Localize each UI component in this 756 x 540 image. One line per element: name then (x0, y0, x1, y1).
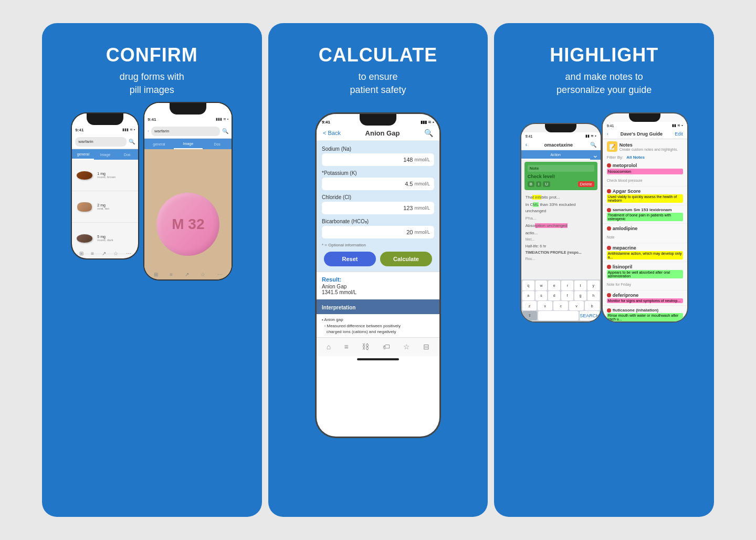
sodium-input[interactable]: 148 mmol/L (322, 153, 434, 166)
icon-share-r[interactable]: ↗ (185, 272, 189, 277)
icon-more-r[interactable]: ⋯ (217, 272, 223, 277)
icon-grid[interactable]: ⊞ (79, 251, 83, 256)
notes-item-samarium[interactable]: samarium Sm 153 lexidronam Treatment of … (603, 205, 687, 224)
tab-list-icon[interactable]: ≡ (344, 342, 349, 351)
drug-tab-expand[interactable]: ⌄ (590, 150, 601, 160)
chloride-input[interactable]: 123 mmol/L (322, 202, 434, 214)
note-btn-bold[interactable]: B (528, 181, 534, 187)
key-e[interactable]: e (548, 281, 560, 290)
key-a[interactable]: a (522, 291, 534, 300)
key-b[interactable]: b (585, 301, 600, 310)
tab-star-icon[interactable]: ☆ (403, 342, 410, 351)
key-s[interactable]: s (536, 291, 548, 300)
calculate-subtitle: to ensurepatient safety (350, 70, 406, 97)
filter-all[interactable]: All Notes (626, 155, 645, 160)
icon-more[interactable]: ⋯ (126, 251, 131, 256)
notes-edit-btn[interactable]: Edit (675, 131, 683, 137)
key-q[interactable]: q (522, 281, 534, 290)
key-f[interactable]: f (561, 291, 573, 300)
drug-section-phar: Pha... (526, 215, 596, 222)
drug-phone: 9:41 ▮▮ ≋ ▪ ‹ omacetaxine 🔍 Action ⌄ (520, 123, 602, 323)
tab-image-right[interactable]: Image (174, 139, 203, 149)
badge-red-6 (607, 265, 611, 269)
notes-item-deferiprone[interactable]: deferiprone Monitor for signs and sympto… (603, 290, 687, 306)
highlight-samarium: Treatment of bone pain in patients with … (607, 213, 683, 221)
calc-phone-notch (360, 114, 396, 126)
highlight-lisinopril: Appears to be well absorbed after oral a… (607, 270, 683, 278)
tab-dos[interactable]: Dos (116, 149, 138, 160)
notes-phone-screen: 9:41 ▮▮ ≋ ▪ ‹ Dave's Drug Guide Edit 📝 N… (603, 113, 687, 321)
note-btn-italic[interactable]: I (536, 181, 541, 187)
potassium-input[interactable]: 4.5 mmol/L (322, 178, 434, 190)
tab-general[interactable]: general (72, 149, 94, 160)
icon-star[interactable]: ☆ (113, 251, 118, 256)
key-z[interactable]: z (522, 301, 537, 310)
key-x[interactable]: x (538, 301, 552, 310)
key-h[interactable]: h (587, 291, 600, 300)
key-w[interactable]: w (536, 281, 548, 290)
tab-home-icon[interactable]: ⌂ (327, 342, 331, 351)
notes-item-metoprolol[interactable]: metoprolol Nosocomion Check blood pressu… (603, 161, 687, 186)
notes-back-icon[interactable]: ‹ (607, 131, 608, 137)
drug-phone-screen: 9:41 ▮▮ ≋ ▪ ‹ omacetaxine 🔍 Action ⌄ (521, 124, 601, 321)
key-y[interactable]: y (587, 281, 600, 290)
bicarb-input[interactable]: 20 mmol/L (322, 226, 434, 238)
notes-item-mepacrine[interactable]: mepacrine Antihistamine action, which ma… (603, 243, 687, 262)
note-content[interactable]: Check level! (528, 174, 594, 179)
search-icon[interactable]: 🔍 (129, 139, 135, 144)
key-shift[interactable]: ⇧ (522, 311, 538, 320)
drug-search-icon[interactable]: 🔍 (590, 142, 596, 148)
search-bar[interactable]: warfarin (75, 137, 127, 147)
key-search-btn[interactable]: SEARCH (580, 311, 600, 320)
drug-back-icon[interactable]: ‹ (526, 142, 527, 148)
pink-pill-shape: M 32 (156, 193, 219, 256)
reset-button[interactable]: Reset (324, 252, 376, 266)
pill-item-3[interactable]: 5 mg round, dark (72, 223, 138, 254)
search-icon-right[interactable]: 🔍 (222, 128, 228, 134)
search-text: warfarin (78, 139, 93, 144)
key-d[interactable]: d (548, 291, 560, 300)
calc-back-button[interactable]: < Back (323, 130, 341, 136)
notes-item-lisinopril[interactable]: lisinopril Appears to be well absorbed a… (603, 262, 687, 290)
drug-tab-action[interactable]: Action (521, 150, 590, 160)
note-delete-btn[interactable]: Delete (578, 181, 594, 187)
key-c[interactable]: c (553, 301, 568, 310)
notes-item-amlodipine[interactable]: amlodipine Note (603, 224, 687, 243)
tab-dos-right[interactable]: Dos (203, 139, 232, 149)
badge-red-7 (607, 293, 611, 297)
pill-img-1 (74, 170, 95, 181)
icon-list[interactable]: ≡ (91, 251, 94, 256)
right-phone: 9:41 ▮▮▮ ≋ ▪ ‹ warfarin 🔍 general Image … (143, 102, 233, 281)
key-v[interactable]: v (569, 301, 584, 310)
home-indicator (357, 358, 399, 360)
key-r[interactable]: r (561, 281, 573, 290)
icon-grid-r[interactable]: ⊞ (154, 272, 158, 277)
key-space[interactable] (538, 311, 579, 320)
tab-gen-right[interactable]: general (144, 139, 173, 149)
notes-item-apgar[interactable]: Apgar Score Used viably to quickly asses… (603, 186, 687, 205)
search-bar-right[interactable]: warfarin (151, 127, 220, 136)
badge-red-5 (607, 246, 611, 250)
tab-print-icon[interactable]: ⊟ (423, 342, 429, 351)
tab-link-icon[interactable]: ⛓ (362, 342, 369, 351)
notes-item-fluticasone[interactable]: fluticasone (inhalation) Rinse mouth wit… (603, 306, 687, 323)
kbd-row-1: q w e r t y (522, 281, 600, 290)
tab-image[interactable]: Image (94, 149, 116, 160)
field-sodium: Sodium (Na) 148 mmol/L (322, 146, 434, 166)
interp-text: • Anion gap ◦ Measured difference betwee… (322, 317, 434, 335)
pill-item-2[interactable]: 2 mg oval, tan (72, 191, 138, 223)
key-g[interactable]: g (574, 291, 586, 300)
icon-star-r[interactable]: ☆ (201, 272, 205, 277)
calc-search-icon[interactable]: 🔍 (424, 129, 433, 137)
tab-tag-icon[interactable]: 🏷 (383, 342, 390, 351)
filter-bar: Filter By: All Notes (603, 154, 687, 161)
kbd-row-4: ⇧ SEARCH (522, 311, 600, 320)
icon-list-r[interactable]: ≡ (170, 272, 173, 277)
pill-item-1[interactable]: 1 mg round, brown (72, 160, 138, 191)
calculate-button[interactable]: Calculate (380, 252, 432, 266)
kbd-row-2: a s d f g h (522, 291, 600, 300)
back-icon-right[interactable]: ‹ (148, 129, 149, 133)
key-t[interactable]: t (574, 281, 586, 290)
note-btn-underline[interactable]: U (543, 181, 550, 187)
icon-share[interactable]: ↗ (102, 251, 106, 256)
